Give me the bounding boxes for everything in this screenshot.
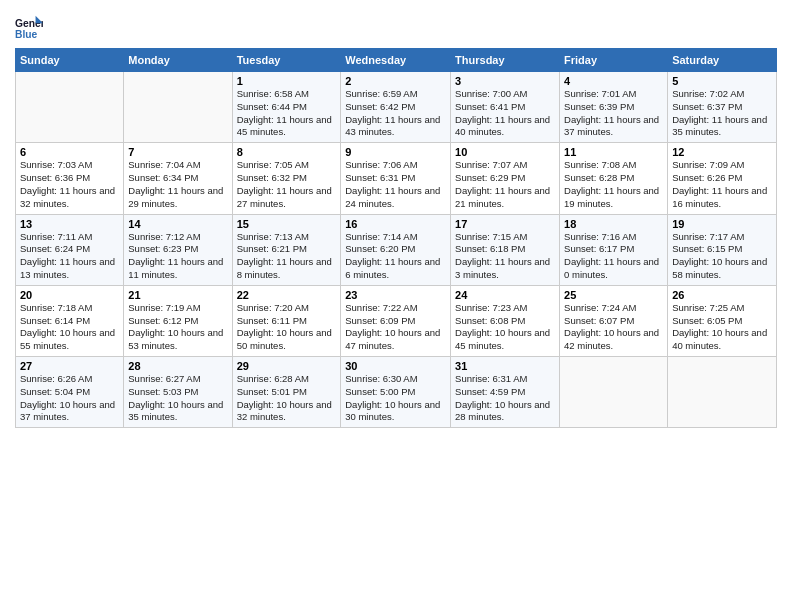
day-info: Sunrise: 7:18 AM Sunset: 6:14 PM Dayligh… [20, 302, 119, 353]
day-number: 31 [455, 360, 555, 372]
day-cell [16, 72, 124, 143]
day-cell: 5Sunrise: 7:02 AM Sunset: 6:37 PM Daylig… [668, 72, 777, 143]
day-info: Sunrise: 7:12 AM Sunset: 6:23 PM Dayligh… [128, 231, 227, 282]
day-cell: 26Sunrise: 7:25 AM Sunset: 6:05 PM Dayli… [668, 285, 777, 356]
page-container: General Blue SundayMondayTuesdayWednesda… [0, 0, 792, 438]
day-cell: 28Sunrise: 6:27 AM Sunset: 5:03 PM Dayli… [124, 357, 232, 428]
day-cell: 13Sunrise: 7:11 AM Sunset: 6:24 PM Dayli… [16, 214, 124, 285]
day-cell: 31Sunrise: 6:31 AM Sunset: 4:59 PM Dayli… [451, 357, 560, 428]
day-info: Sunrise: 7:00 AM Sunset: 6:41 PM Dayligh… [455, 88, 555, 139]
day-number: 11 [564, 146, 663, 158]
day-cell: 17Sunrise: 7:15 AM Sunset: 6:18 PM Dayli… [451, 214, 560, 285]
day-number: 7 [128, 146, 227, 158]
day-number: 17 [455, 218, 555, 230]
day-cell: 25Sunrise: 7:24 AM Sunset: 6:07 PM Dayli… [560, 285, 668, 356]
day-cell: 30Sunrise: 6:30 AM Sunset: 5:00 PM Dayli… [341, 357, 451, 428]
day-number: 6 [20, 146, 119, 158]
day-number: 27 [20, 360, 119, 372]
day-info: Sunrise: 7:06 AM Sunset: 6:31 PM Dayligh… [345, 159, 446, 210]
day-cell: 8Sunrise: 7:05 AM Sunset: 6:32 PM Daylig… [232, 143, 341, 214]
column-header-thursday: Thursday [451, 49, 560, 72]
day-number: 4 [564, 75, 663, 87]
day-number: 2 [345, 75, 446, 87]
day-number: 10 [455, 146, 555, 158]
day-number: 15 [237, 218, 337, 230]
day-info: Sunrise: 6:30 AM Sunset: 5:00 PM Dayligh… [345, 373, 446, 424]
day-cell [668, 357, 777, 428]
day-cell: 11Sunrise: 7:08 AM Sunset: 6:28 PM Dayli… [560, 143, 668, 214]
day-number: 23 [345, 289, 446, 301]
day-number: 5 [672, 75, 772, 87]
day-cell: 19Sunrise: 7:17 AM Sunset: 6:15 PM Dayli… [668, 214, 777, 285]
logo-icon: General Blue [15, 14, 43, 42]
day-number: 16 [345, 218, 446, 230]
day-number: 25 [564, 289, 663, 301]
day-info: Sunrise: 6:31 AM Sunset: 4:59 PM Dayligh… [455, 373, 555, 424]
logo: General Blue [15, 14, 43, 42]
day-cell: 1Sunrise: 6:58 AM Sunset: 6:44 PM Daylig… [232, 72, 341, 143]
day-number: 26 [672, 289, 772, 301]
day-info: Sunrise: 7:22 AM Sunset: 6:09 PM Dayligh… [345, 302, 446, 353]
day-info: Sunrise: 7:17 AM Sunset: 6:15 PM Dayligh… [672, 231, 772, 282]
day-cell: 6Sunrise: 7:03 AM Sunset: 6:36 PM Daylig… [16, 143, 124, 214]
day-info: Sunrise: 7:19 AM Sunset: 6:12 PM Dayligh… [128, 302, 227, 353]
week-row-1: 1Sunrise: 6:58 AM Sunset: 6:44 PM Daylig… [16, 72, 777, 143]
day-cell: 21Sunrise: 7:19 AM Sunset: 6:12 PM Dayli… [124, 285, 232, 356]
day-number: 14 [128, 218, 227, 230]
day-info: Sunrise: 7:05 AM Sunset: 6:32 PM Dayligh… [237, 159, 337, 210]
day-cell: 18Sunrise: 7:16 AM Sunset: 6:17 PM Dayli… [560, 214, 668, 285]
day-info: Sunrise: 6:27 AM Sunset: 5:03 PM Dayligh… [128, 373, 227, 424]
day-info: Sunrise: 7:09 AM Sunset: 6:26 PM Dayligh… [672, 159, 772, 210]
day-number: 9 [345, 146, 446, 158]
day-number: 18 [564, 218, 663, 230]
day-cell [124, 72, 232, 143]
day-number: 19 [672, 218, 772, 230]
day-info: Sunrise: 7:01 AM Sunset: 6:39 PM Dayligh… [564, 88, 663, 139]
day-info: Sunrise: 6:28 AM Sunset: 5:01 PM Dayligh… [237, 373, 337, 424]
day-number: 13 [20, 218, 119, 230]
column-header-friday: Friday [560, 49, 668, 72]
day-info: Sunrise: 6:26 AM Sunset: 5:04 PM Dayligh… [20, 373, 119, 424]
column-header-saturday: Saturday [668, 49, 777, 72]
day-number: 28 [128, 360, 227, 372]
day-cell: 16Sunrise: 7:14 AM Sunset: 6:20 PM Dayli… [341, 214, 451, 285]
day-number: 24 [455, 289, 555, 301]
day-cell: 3Sunrise: 7:00 AM Sunset: 6:41 PM Daylig… [451, 72, 560, 143]
column-header-wednesday: Wednesday [341, 49, 451, 72]
day-number: 29 [237, 360, 337, 372]
day-info: Sunrise: 7:03 AM Sunset: 6:36 PM Dayligh… [20, 159, 119, 210]
day-number: 1 [237, 75, 337, 87]
day-cell: 10Sunrise: 7:07 AM Sunset: 6:29 PM Dayli… [451, 143, 560, 214]
day-info: Sunrise: 7:11 AM Sunset: 6:24 PM Dayligh… [20, 231, 119, 282]
day-info: Sunrise: 7:07 AM Sunset: 6:29 PM Dayligh… [455, 159, 555, 210]
day-number: 3 [455, 75, 555, 87]
day-info: Sunrise: 7:04 AM Sunset: 6:34 PM Dayligh… [128, 159, 227, 210]
day-cell: 24Sunrise: 7:23 AM Sunset: 6:08 PM Dayli… [451, 285, 560, 356]
day-info: Sunrise: 7:15 AM Sunset: 6:18 PM Dayligh… [455, 231, 555, 282]
day-info: Sunrise: 7:20 AM Sunset: 6:11 PM Dayligh… [237, 302, 337, 353]
day-info: Sunrise: 7:08 AM Sunset: 6:28 PM Dayligh… [564, 159, 663, 210]
day-cell: 12Sunrise: 7:09 AM Sunset: 6:26 PM Dayli… [668, 143, 777, 214]
week-row-3: 13Sunrise: 7:11 AM Sunset: 6:24 PM Dayli… [16, 214, 777, 285]
day-number: 30 [345, 360, 446, 372]
day-cell: 20Sunrise: 7:18 AM Sunset: 6:14 PM Dayli… [16, 285, 124, 356]
day-info: Sunrise: 6:58 AM Sunset: 6:44 PM Dayligh… [237, 88, 337, 139]
day-info: Sunrise: 7:16 AM Sunset: 6:17 PM Dayligh… [564, 231, 663, 282]
day-cell: 15Sunrise: 7:13 AM Sunset: 6:21 PM Dayli… [232, 214, 341, 285]
day-info: Sunrise: 7:02 AM Sunset: 6:37 PM Dayligh… [672, 88, 772, 139]
day-number: 20 [20, 289, 119, 301]
day-cell: 14Sunrise: 7:12 AM Sunset: 6:23 PM Dayli… [124, 214, 232, 285]
day-number: 12 [672, 146, 772, 158]
day-info: Sunrise: 7:13 AM Sunset: 6:21 PM Dayligh… [237, 231, 337, 282]
week-row-5: 27Sunrise: 6:26 AM Sunset: 5:04 PM Dayli… [16, 357, 777, 428]
day-cell [560, 357, 668, 428]
day-cell: 7Sunrise: 7:04 AM Sunset: 6:34 PM Daylig… [124, 143, 232, 214]
week-row-4: 20Sunrise: 7:18 AM Sunset: 6:14 PM Dayli… [16, 285, 777, 356]
week-row-2: 6Sunrise: 7:03 AM Sunset: 6:36 PM Daylig… [16, 143, 777, 214]
day-number: 21 [128, 289, 227, 301]
day-cell: 23Sunrise: 7:22 AM Sunset: 6:09 PM Dayli… [341, 285, 451, 356]
column-header-tuesday: Tuesday [232, 49, 341, 72]
day-cell: 2Sunrise: 6:59 AM Sunset: 6:42 PM Daylig… [341, 72, 451, 143]
day-number: 8 [237, 146, 337, 158]
day-info: Sunrise: 7:23 AM Sunset: 6:08 PM Dayligh… [455, 302, 555, 353]
